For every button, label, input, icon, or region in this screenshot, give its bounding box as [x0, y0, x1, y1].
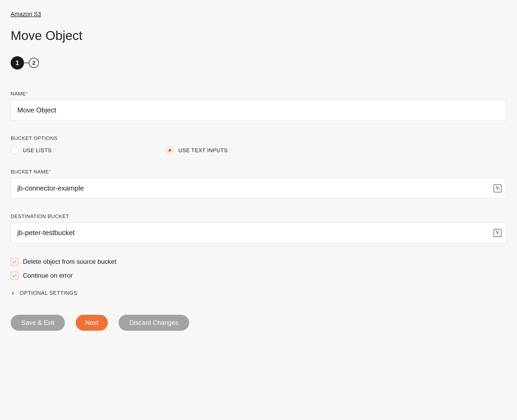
optional-settings-toggle[interactable]: OPTIONAL SETTINGS [11, 290, 506, 296]
radio-use-lists[interactable]: USE LISTS [11, 147, 52, 154]
checkbox-icon [11, 272, 18, 279]
variable-icon[interactable]: V [494, 229, 502, 237]
radio-use-lists-label: USE LISTS [23, 147, 52, 154]
radio-use-text-inputs[interactable]: USE TEXT INPUTS [166, 147, 228, 154]
name-label-text: NAME [11, 91, 26, 96]
step-1[interactable]: 1 [11, 56, 24, 70]
next-button[interactable]: Next [76, 315, 108, 331]
discard-changes-button[interactable]: Discard Changes [119, 315, 189, 331]
chevron-right-icon [11, 291, 15, 295]
bucket-name-label-text: BUCKET NAME [11, 169, 49, 175]
bucket-options-section: BUCKET OPTIONS USE LISTS USE TEXT INPUTS [11, 135, 506, 154]
destination-bucket-label: DESTINATION BUCKET [11, 213, 506, 219]
radio-use-text-inputs-label: USE TEXT INPUTS [178, 147, 228, 154]
name-input[interactable] [11, 100, 506, 120]
variable-icon[interactable]: V [494, 184, 502, 192]
checkbox-icon [11, 258, 18, 265]
action-buttons: Save & Exit Next Discard Changes [11, 315, 506, 331]
bucket-name-label: BUCKET NAME* [11, 169, 506, 175]
checkbox-delete-source[interactable]: Delete object from source bucket [11, 258, 506, 265]
destination-bucket-section: DESTINATION BUCKET V [11, 213, 506, 243]
breadcrumb-link[interactable]: Amazon S3 [11, 11, 41, 18]
radio-circle-selected-icon [166, 147, 174, 154]
page-title: Move Object [11, 28, 506, 43]
bucket-name-input[interactable] [11, 178, 506, 199]
save-exit-button[interactable]: Save & Exit [11, 315, 65, 331]
required-asterisk: * [26, 91, 28, 96]
step-2[interactable]: 2 [29, 58, 39, 68]
checkbox-delete-source-label: Delete object from source bucket [23, 258, 116, 265]
radio-circle-icon [11, 147, 18, 154]
bucket-name-section: BUCKET NAME* V [11, 169, 506, 199]
step-connector [24, 63, 29, 63]
optional-settings-label: OPTIONAL SETTINGS [20, 290, 77, 296]
required-asterisk: * [49, 169, 51, 175]
destination-bucket-input[interactable] [11, 223, 506, 243]
stepper: 1 2 [11, 56, 506, 70]
checkbox-continue-on-error-label: Continue on error [23, 272, 73, 279]
name-section: NAME* [11, 91, 506, 120]
name-label: NAME* [11, 91, 506, 97]
options-checkboxes: Delete object from source bucket Continu… [11, 258, 506, 279]
checkbox-continue-on-error[interactable]: Continue on error [11, 272, 506, 279]
bucket-options-label: BUCKET OPTIONS [11, 135, 506, 141]
